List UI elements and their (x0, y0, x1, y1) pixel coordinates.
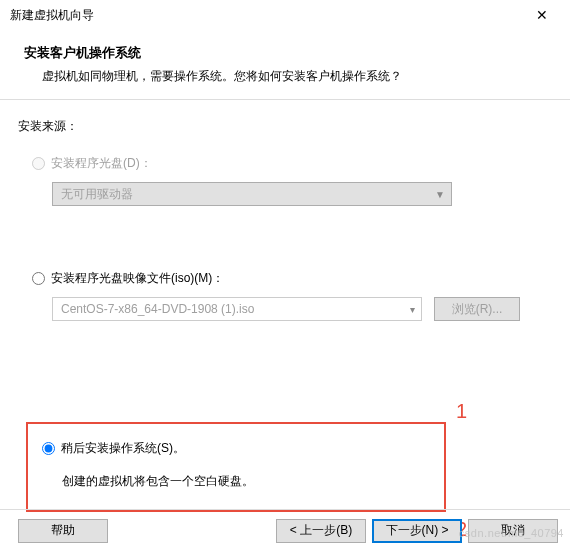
drive-dropdown-value: 无可用驱动器 (61, 186, 133, 203)
option-later-highlight: 稍后安装操作系统(S)。 创建的虚拟机将包含一个空白硬盘。 (26, 422, 446, 512)
option-later-label: 稍后安装操作系统(S)。 (61, 440, 185, 457)
back-button[interactable]: < 上一步(B) (276, 519, 366, 543)
option-iso-radio[interactable] (32, 272, 45, 285)
wizard-content: 安装来源： 安装程序光盘(D)： 无可用驱动器 ▼ 安装程序光盘映像文件(iso… (0, 100, 570, 335)
next-label: 下一步(N) > (386, 522, 449, 539)
header-subtitle: 虚拟机如同物理机，需要操作系统。您将如何安装客户机操作系统？ (24, 68, 546, 85)
header-heading: 安装客户机操作系统 (24, 44, 546, 62)
drive-dropdown: 无可用驱动器 ▼ (52, 182, 452, 206)
annotation-1: 1 (456, 400, 467, 423)
option-disc-label: 安装程序光盘(D)： (51, 155, 152, 172)
iso-file-name: CentOS-7-x86_64-DVD-1908 (1).iso (61, 302, 254, 316)
install-source-label: 安装来源： (18, 118, 552, 135)
iso-file-dropdown: CentOS-7-x86_64-DVD-1908 (1).iso ▾ (52, 297, 422, 321)
option-iso[interactable]: 安装程序光盘映像文件(iso)(M)： (18, 268, 552, 289)
help-button[interactable]: 帮助 (18, 519, 108, 543)
option-disc: 安装程序光盘(D)： (18, 153, 552, 174)
titlebar: 新建虚拟机向导 ✕ (0, 0, 570, 30)
back-label: < 上一步(B) (290, 522, 352, 539)
window-title: 新建虚拟机向导 (10, 7, 522, 24)
cancel-label: 取消 (501, 522, 525, 539)
option-later-radio[interactable] (42, 442, 55, 455)
browse-button: 浏览(R)... (434, 297, 520, 321)
help-label: 帮助 (51, 522, 75, 539)
browse-label: 浏览(R)... (452, 301, 503, 318)
close-button[interactable]: ✕ (522, 0, 562, 30)
wizard-buttons: 帮助 < 上一步(B) 下一步(N) > 取消 (0, 509, 570, 551)
option-later-hint: 创建的虚拟机将包含一个空白硬盘。 (28, 473, 444, 490)
option-later[interactable]: 稍后安装操作系统(S)。 (28, 438, 444, 459)
wizard-header: 安装客户机操作系统 虚拟机如同物理机，需要操作系统。您将如何安装客户机操作系统？ (0, 30, 570, 100)
chevron-down-icon: ▾ (410, 304, 415, 315)
option-iso-label: 安装程序光盘映像文件(iso)(M)： (51, 270, 224, 287)
cancel-button[interactable]: 取消 (468, 519, 558, 543)
option-disc-radio (32, 157, 45, 170)
chevron-down-icon: ▼ (435, 189, 445, 200)
next-button[interactable]: 下一步(N) > (372, 519, 462, 543)
close-icon: ✕ (536, 7, 548, 23)
